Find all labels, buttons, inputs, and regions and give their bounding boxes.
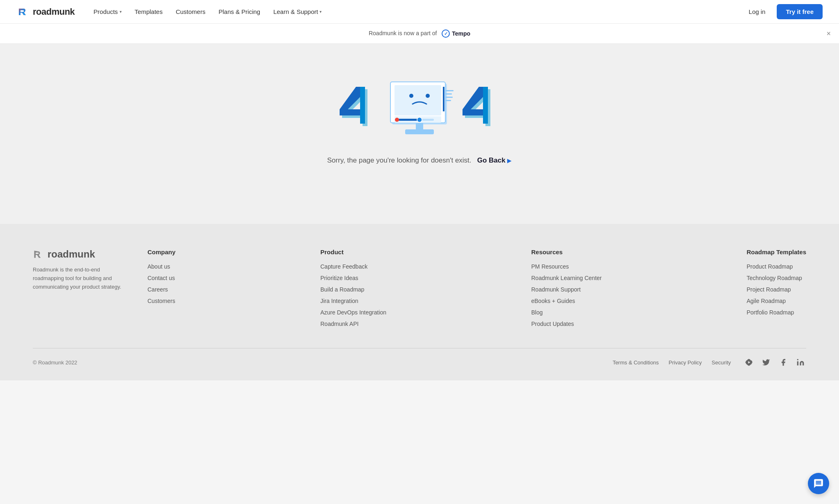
chevron-down-icon: ▾ [120, 9, 122, 14]
footer-terms-link[interactable]: Terms & Conditions [612, 359, 659, 366]
footer-security-link[interactable]: Security [712, 359, 731, 366]
svg-rect-8 [445, 90, 454, 91]
svg-rect-13 [405, 129, 434, 134]
twitter-icon[interactable] [760, 357, 772, 368]
footer-social [743, 357, 806, 368]
footer-col-resources-links: PM Resources Roadmunk Learning Center Ro… [531, 263, 602, 328]
list-item: Roadmunk Learning Center [531, 274, 602, 282]
announcement-close-button[interactable]: × [826, 30, 831, 37]
footer-col-templates-heading: Roadmap Templates [746, 249, 806, 255]
error-message: Sorry, the page you're looking for doesn… [327, 156, 512, 165]
footer-col-company-heading: Company [147, 249, 175, 255]
list-item: Blog [531, 309, 602, 316]
list-item: eBooks + Guides [531, 297, 602, 305]
nav-pricing[interactable]: Plans & Pricing [213, 5, 266, 18]
svg-rect-12 [416, 123, 423, 130]
footer-bottom-links: Terms & Conditions Privacy Policy Securi… [612, 359, 731, 366]
list-item: Jira Integration [320, 297, 386, 305]
linkedin-icon[interactable] [795, 357, 806, 368]
list-item: Project Roadmap [746, 286, 806, 293]
footer-link-agile-roadmap[interactable]: Agile Roadmap [746, 298, 786, 304]
footer-link-blog[interactable]: Blog [531, 309, 543, 316]
footer-link-ebooks[interactable]: eBooks + Guides [531, 298, 575, 304]
footer-col-company: Company About us Contact us Careers Cust… [147, 249, 175, 328]
footer-link-portfolio-roadmap[interactable]: Portfolio Roadmap [746, 309, 794, 316]
footer-col-templates-links: Product Roadmap Technology Roadmap Proje… [746, 263, 806, 316]
nav-links: Products ▾ Templates Customers Plans & P… [88, 5, 744, 18]
footer-spacer [0, 199, 839, 224]
nav-learn-support[interactable]: Learn & Support ▾ [268, 5, 327, 18]
list-item: About us [147, 263, 175, 270]
svg-rect-16 [397, 119, 420, 121]
facebook-icon[interactable] [778, 357, 789, 368]
footer-link-updates[interactable]: Product Updates [531, 321, 574, 327]
list-item: Azure DevOps Integration [320, 309, 386, 316]
footer-top: roadmunk Roadmunk is the end-to-end road… [33, 249, 806, 328]
footer-link-tech-roadmap[interactable]: Technology Roadmap [746, 275, 802, 281]
list-item: Agile Roadmap [746, 297, 806, 305]
nav-products[interactable]: Products ▾ [88, 5, 127, 18]
list-item: Contact us [147, 274, 175, 282]
footer-col-product: Product Capture Feedback Prioritize Idea… [320, 249, 386, 328]
footer-link-careers[interactable]: Careers [147, 286, 168, 293]
footer-link-api[interactable]: Roadmunk API [320, 321, 358, 327]
nav-actions: Log in Try it free [744, 4, 823, 19]
logo-link[interactable]: roadmunk [16, 5, 75, 18]
footer-link-build[interactable]: Build a Roadmap [320, 286, 364, 293]
monitor-illustration [385, 79, 454, 144]
footer-link-support[interactable]: Roadmunk Support [531, 286, 581, 293]
footer-link-azure[interactable]: Azure DevOps Integration [320, 309, 386, 316]
tempo-badge: ✓ Tempo [442, 29, 470, 38]
list-item: Prioritize Ideas [320, 274, 386, 282]
footer-privacy-link[interactable]: Privacy Policy [669, 359, 702, 366]
list-item: Careers [147, 286, 175, 293]
footer-tagline: Roadmunk is the end-to-end roadmapping t… [33, 266, 123, 291]
go-back-link[interactable]: Go Back [477, 156, 508, 164]
footer-link-product-roadmap[interactable]: Product Roadmap [746, 263, 793, 270]
footer-bottom: © Roadmunk 2022 Terms & Conditions Priva… [33, 348, 806, 368]
footer-link-customers[interactable]: Customers [147, 298, 175, 304]
svg-point-17 [417, 118, 422, 122]
svg-rect-19 [483, 87, 488, 124]
list-item: Build a Roadmap [320, 286, 386, 293]
logo-text: roadmunk [33, 7, 75, 17]
youtube-icon[interactable] [743, 357, 755, 368]
announcement-text: Roadmunk is now a part of [369, 30, 437, 36]
navbar: roadmunk Products ▾ Templates Customers … [0, 0, 839, 24]
error-page: Sorry, the page you're looking for doesn… [0, 44, 839, 199]
svg-point-18 [395, 118, 399, 122]
list-item: Portfolio Roadmap [746, 309, 806, 316]
list-item: Product Updates [531, 320, 602, 328]
footer-columns: Company About us Contact us Careers Cust… [147, 249, 806, 328]
footer: roadmunk Roadmunk is the end-to-end road… [0, 224, 839, 380]
footer-link-jira[interactable]: Jira Integration [320, 298, 358, 304]
footer-col-resources: Resources PM Resources Roadmunk Learning… [531, 249, 602, 328]
nav-templates[interactable]: Templates [129, 5, 168, 18]
footer-link-learning[interactable]: Roadmunk Learning Center [531, 275, 602, 281]
svg-rect-7 [443, 87, 444, 111]
login-button[interactable]: Log in [744, 5, 771, 18]
footer-link-project-roadmap[interactable]: Project Roadmap [746, 286, 791, 293]
footer-link-prioritize[interactable]: Prioritize Ideas [320, 275, 358, 281]
announcement-banner: Roadmunk is now a part of ✓ Tempo × [0, 24, 839, 44]
footer-col-company-links: About us Contact us Careers Customers [147, 263, 175, 305]
footer-col-product-heading: Product [320, 249, 386, 255]
digit-four-left [331, 81, 385, 142]
footer-col-resources-heading: Resources [531, 249, 602, 255]
footer-link-capture[interactable]: Capture Feedback [320, 263, 367, 270]
list-item: Technology Roadmap [746, 274, 806, 282]
footer-link-about[interactable]: About us [147, 263, 170, 270]
list-item: Product Roadmap [746, 263, 806, 270]
nav-customers[interactable]: Customers [170, 5, 211, 18]
svg-point-6 [426, 94, 430, 98]
footer-link-pm[interactable]: PM Resources [531, 263, 569, 270]
list-item: PM Resources [531, 263, 602, 270]
try-free-button[interactable]: Try it free [777, 4, 823, 19]
list-item: Roadmunk API [320, 320, 386, 328]
svg-point-5 [409, 94, 413, 98]
footer-link-contact[interactable]: Contact us [147, 275, 175, 281]
svg-rect-10 [445, 97, 453, 98]
footer-logo: roadmunk [33, 249, 123, 260]
chevron-down-icon-2: ▾ [320, 9, 322, 14]
svg-point-20 [797, 359, 798, 360]
